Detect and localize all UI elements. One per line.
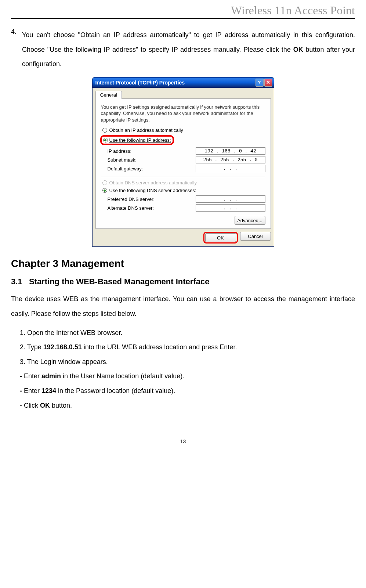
subnet-label: Subnet mask: bbox=[108, 157, 137, 163]
radio-obtain-dns: Obtain DNS server address automatically bbox=[101, 180, 265, 185]
list-item-4: 4. You can't choose "Obtain an IP addres… bbox=[11, 28, 355, 72]
subnet-input[interactable]: 255 . 255 . 255 . 0 bbox=[196, 156, 265, 163]
section-number: 3.1 bbox=[11, 277, 22, 286]
advanced-row: Advanced... bbox=[101, 216, 265, 225]
alt-dns-input[interactable]: . . . bbox=[196, 204, 265, 212]
tab-panel: You can get IP settings assigned automat… bbox=[95, 98, 271, 229]
item-number: 4. bbox=[11, 28, 22, 72]
sub3-bullet: - bbox=[20, 402, 24, 409]
radio-icon-checked bbox=[103, 138, 108, 143]
section-intro: The device uses WEB as the management in… bbox=[11, 292, 355, 321]
dialog-info-text: You can get IP settings assigned automat… bbox=[101, 104, 265, 123]
item-text-bold: OK bbox=[293, 46, 303, 53]
dns-group: Obtain DNS server address automatically … bbox=[101, 177, 265, 212]
sub2-b: Enter bbox=[24, 387, 41, 394]
tab-general[interactable]: General bbox=[95, 91, 122, 99]
section-heading: Starting the WEB-Based Management Interf… bbox=[29, 277, 209, 286]
radio-label: Use the following DNS server addresses: bbox=[109, 188, 196, 193]
sub1-c: in the User Name location (default value… bbox=[61, 372, 184, 380]
radio-icon-checked bbox=[102, 188, 107, 193]
sub3-bold: OK bbox=[40, 402, 50, 409]
step-2: 2. Type 192.168.0.51 into the URL WEB ad… bbox=[20, 340, 355, 355]
tcpip-dialog: Internet Protocol (TCP/IP) Properties ? … bbox=[92, 77, 274, 247]
radio-label: Obtain DNS server address automatically bbox=[109, 180, 197, 185]
sub1-bold: admin bbox=[41, 372, 61, 380]
radio-icon bbox=[102, 180, 107, 185]
substep-1: - Enter admin in the User Name location … bbox=[20, 369, 355, 384]
cancel-button[interactable]: Cancel bbox=[240, 232, 271, 241]
help-button[interactable]: ? bbox=[256, 79, 264, 87]
radio-use-dns[interactable]: Use the following DNS server addresses: bbox=[101, 188, 265, 193]
sub2-bold: 1234 bbox=[41, 387, 56, 394]
red-highlight-ok: OK bbox=[203, 232, 238, 244]
dialog-titlebar: Internet Protocol (TCP/IP) Properties ? … bbox=[93, 77, 274, 88]
sub2-bullet: - bbox=[20, 387, 24, 394]
step2-b: into the URL WEB address location and pr… bbox=[82, 343, 237, 351]
tab-area: General You can get IP settings assigned… bbox=[93, 88, 274, 229]
page-header-title: Wireless 11n Access Point bbox=[11, 4, 355, 19]
radio-use-ip-row: Use the following IP address: bbox=[101, 135, 265, 145]
page-number: 13 bbox=[11, 439, 355, 444]
sub3-c: button. bbox=[50, 402, 72, 409]
radio-icon bbox=[102, 128, 107, 133]
dialog-title: Internet Protocol (TCP/IP) Properties bbox=[95, 80, 185, 86]
steps-list: 1. Open the Internet WEB browser. 2. Typ… bbox=[11, 326, 355, 413]
radio-label: Obtain an IP address automatically bbox=[109, 127, 183, 133]
subnet-row: Subnet mask: 255 . 255 . 255 . 0 bbox=[101, 156, 265, 163]
sub1-bullet: - bbox=[20, 372, 24, 380]
dialog-screenshot: Internet Protocol (TCP/IP) Properties ? … bbox=[11, 77, 355, 247]
pref-dns-input[interactable]: . . . bbox=[196, 195, 265, 203]
ip-label: IP address: bbox=[108, 148, 132, 154]
alt-dns-label: Alternate DNS server: bbox=[108, 205, 154, 211]
alt-dns-row: Alternate DNS server: . . . bbox=[101, 204, 265, 212]
titlebar-buttons: ? ✕ bbox=[256, 79, 272, 87]
section-title: 3.1 Starting the WEB-Based Management In… bbox=[11, 277, 355, 286]
dialog-footer: OK Cancel bbox=[93, 229, 274, 246]
radio-obtain-ip[interactable]: Obtain an IP address automatically bbox=[101, 127, 265, 133]
radio-use-ip-label[interactable]: Use the following IP address: bbox=[109, 137, 171, 143]
gateway-input[interactable]: . . . bbox=[196, 165, 265, 172]
gateway-row: Default gateway: . . . bbox=[101, 165, 265, 172]
item-text: You can't choose "Obtain an IP address a… bbox=[22, 28, 355, 72]
step2-bold: 192.168.0.51 bbox=[43, 343, 82, 351]
sub1-b: Enter bbox=[24, 372, 41, 380]
ip-input[interactable]: 192 . 168 . 0 . 42 bbox=[196, 147, 265, 155]
pref-dns-row: Preferred DNS server: . . . bbox=[101, 195, 265, 203]
ok-button[interactable]: OK bbox=[205, 233, 236, 242]
sub3-b: Click bbox=[24, 402, 40, 409]
step-1: 1. Open the Internet WEB browser. bbox=[20, 326, 355, 340]
substep-2: - Enter 1234 in the Password location (d… bbox=[20, 384, 355, 398]
ip-address-row: IP address: 192 . 168 . 0 . 42 bbox=[101, 147, 265, 155]
red-highlight-radio: Use the following IP address: bbox=[100, 135, 174, 145]
chapter-title: Chapter 3 Management bbox=[11, 258, 355, 270]
advanced-button[interactable]: Advanced... bbox=[235, 216, 265, 225]
gateway-label: Default gateway: bbox=[108, 166, 143, 172]
substep-3: - Click OK button. bbox=[20, 398, 355, 413]
pref-dns-label: Preferred DNS server: bbox=[108, 196, 155, 202]
sub2-c: in the Password location (default value)… bbox=[56, 387, 175, 394]
step-3: 3. The Login window appears. bbox=[20, 355, 355, 369]
step2-a: 2. Type bbox=[20, 343, 43, 351]
close-button[interactable]: ✕ bbox=[264, 79, 272, 87]
